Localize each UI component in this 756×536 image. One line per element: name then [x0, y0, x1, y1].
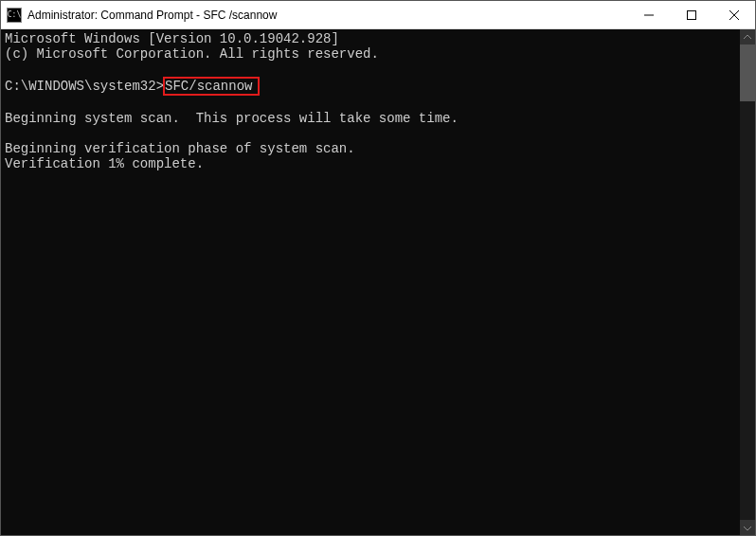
titlebar[interactable]: C:\ Administrator: Command Prompt - SFC …	[1, 1, 755, 29]
maximize-button[interactable]	[670, 1, 712, 28]
command-prompt-window: C:\ Administrator: Command Prompt - SFC …	[0, 0, 756, 536]
terminal-line: Microsoft Windows [Version 10.0.19042.92…	[5, 31, 339, 46]
close-icon	[729, 10, 739, 20]
vertical-scrollbar[interactable]	[740, 29, 755, 535]
terminal-output[interactable]: Microsoft Windows [Version 10.0.19042.92…	[1, 29, 740, 535]
prompt-prefix: C:\WINDOWS\system32>	[5, 79, 164, 94]
window-controls	[627, 1, 755, 28]
minimize-icon	[644, 10, 654, 20]
terminal-line: Verification 1% complete.	[5, 156, 204, 171]
minimize-button[interactable]	[627, 1, 670, 28]
chevron-up-icon	[744, 35, 751, 40]
close-button[interactable]	[712, 1, 755, 28]
chevron-down-icon	[744, 526, 751, 530]
scrollbar-thumb[interactable]	[740, 45, 755, 101]
svg-rect-1	[687, 10, 695, 19]
terminal-line: Beginning system scan. This process will…	[5, 111, 459, 126]
command-highlight: SFC/scannow	[163, 77, 260, 96]
terminal-line: (c) Microsoft Corporation. All rights re…	[5, 46, 379, 62]
scrollbar-up-arrow[interactable]	[740, 29, 755, 45]
terminal-line: Beginning verification phase of system s…	[5, 141, 355, 156]
cmd-icon: C:\	[7, 8, 22, 23]
window-title: Administrator: Command Prompt - SFC /sca…	[27, 9, 627, 22]
content-area: Microsoft Windows [Version 10.0.19042.92…	[1, 29, 755, 535]
scrollbar-track[interactable]	[740, 45, 755, 520]
maximize-icon	[687, 10, 696, 20]
prompt-command: SFC/scannow	[165, 79, 252, 94]
scrollbar-down-arrow[interactable]	[740, 520, 755, 535]
